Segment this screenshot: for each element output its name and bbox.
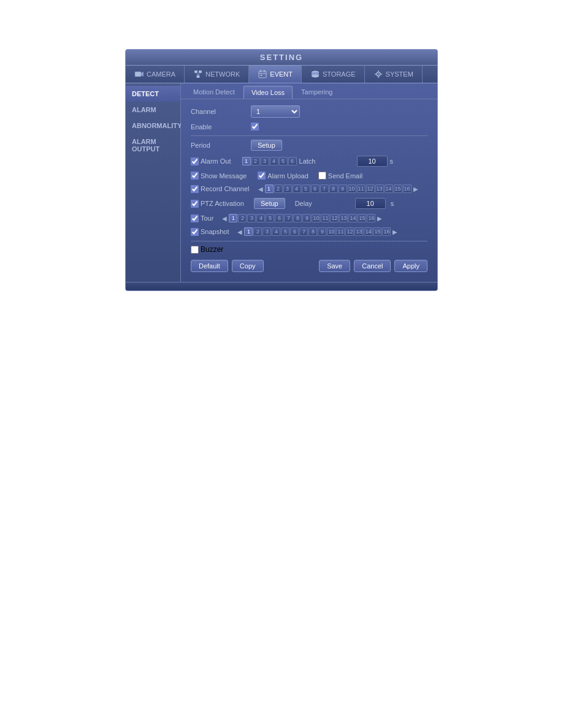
tour-checkbox[interactable] bbox=[191, 214, 199, 222]
apply-button[interactable]: Apply bbox=[394, 260, 427, 272]
tab-system-label: SYSTEM bbox=[386, 70, 413, 78]
enable-label: Enable bbox=[191, 123, 246, 131]
sub-tab-bar: Motion Detect Video Loss Tampering bbox=[181, 83, 437, 99]
period-setup-button[interactable]: Setup bbox=[251, 140, 282, 151]
sidebar: DETECT ALARM ABNORMALITY ALARM OUTPUT bbox=[126, 83, 181, 282]
delay-input[interactable] bbox=[355, 198, 386, 209]
subtab-motion-detect[interactable]: Motion Detect bbox=[186, 86, 242, 99]
channel-label: Channel bbox=[191, 108, 246, 115]
enable-checkbox[interactable] bbox=[251, 123, 259, 131]
title-bar: SETTING bbox=[126, 50, 437, 66]
alarm-out-row: Alarm Out 1 2 3 4 5 6 Latch s bbox=[191, 156, 427, 167]
svg-line-7 bbox=[198, 73, 201, 75]
form-area: Channel 1 2 3 4 Enable Period bbox=[181, 99, 437, 282]
bottom-bar bbox=[126, 282, 437, 290]
tour-next-btn[interactable]: ▶ bbox=[376, 215, 383, 222]
camera-icon bbox=[134, 69, 144, 79]
snapshot-row: Snapshot ◀ 1 2 3 4 5 6 7 8 bbox=[191, 227, 427, 236]
tour-prev-btn[interactable]: ◀ bbox=[221, 215, 228, 222]
ch-num-5[interactable]: 5 bbox=[279, 157, 288, 165]
tour-channel-numbers: 1 2 3 4 5 6 7 8 9 10 11 12 13 bbox=[229, 214, 375, 222]
alarm-out-channels: 1 2 3 4 5 6 bbox=[242, 157, 297, 165]
ch-num-3[interactable]: 3 bbox=[261, 157, 269, 165]
send-email-label: Send Email bbox=[328, 172, 362, 180]
show-message-checkbox[interactable] bbox=[191, 172, 199, 180]
sidebar-item-alarm[interactable]: ALARM bbox=[126, 102, 180, 118]
sidebar-item-detect[interactable]: DETECT bbox=[126, 86, 180, 102]
svg-rect-8 bbox=[259, 71, 266, 78]
svg-marker-1 bbox=[141, 72, 144, 77]
svg-line-6 bbox=[196, 73, 199, 75]
message-row: Show Message Alarm Upload Send Email bbox=[191, 172, 427, 180]
save-button[interactable]: Save bbox=[319, 260, 350, 272]
tour-item: Tour bbox=[191, 214, 213, 222]
tab-event[interactable]: EVENT bbox=[249, 66, 302, 83]
svg-rect-4 bbox=[197, 75, 200, 78]
ch-num-6[interactable]: 6 bbox=[288, 157, 297, 165]
record-channel-numbers: 1 2 3 4 5 6 7 8 9 10 11 12 13 bbox=[265, 184, 412, 193]
snapshot-next-btn[interactable]: ▶ bbox=[391, 229, 399, 235]
snapshot-prev-btn[interactable]: ◀ bbox=[236, 229, 243, 235]
cancel-button[interactable]: Cancel bbox=[354, 260, 391, 272]
period-row: Period Setup bbox=[191, 140, 427, 151]
tour-label: Tour bbox=[201, 214, 213, 222]
tab-storage[interactable]: STORAGE bbox=[302, 66, 365, 83]
alarm-out-check-item: Alarm Out bbox=[191, 157, 231, 165]
ptz-activation-item: PTZ Activation bbox=[191, 200, 244, 208]
snapshot-label: Snapshot bbox=[201, 228, 229, 235]
main-panel: Motion Detect Video Loss Tampering Chann… bbox=[181, 83, 437, 282]
record-channel-checkbox[interactable] bbox=[191, 185, 199, 193]
event-icon bbox=[258, 69, 267, 79]
subtab-tampering[interactable]: Tampering bbox=[294, 86, 340, 99]
ch-num-2[interactable]: 2 bbox=[251, 157, 260, 165]
buzzer-row: Buzzer bbox=[191, 245, 427, 254]
separator-1 bbox=[191, 135, 427, 136]
channel-row: Channel 1 2 3 4 bbox=[191, 105, 427, 118]
tab-camera[interactable]: CAMERA bbox=[126, 66, 185, 83]
show-message-item: Show Message bbox=[191, 172, 247, 180]
ptz-row: PTZ Activation Setup Delay s bbox=[191, 198, 427, 209]
network-icon bbox=[193, 69, 203, 79]
ch-num-4[interactable]: 4 bbox=[270, 157, 278, 165]
snapshot-checkbox[interactable] bbox=[191, 228, 199, 236]
main-tab-bar: CAMERA NETWORK bbox=[126, 66, 437, 83]
tab-camera-label: CAMERA bbox=[147, 70, 175, 78]
ptz-activation-checkbox[interactable] bbox=[191, 200, 199, 208]
buzzer-checkbox[interactable] bbox=[191, 246, 199, 254]
latch-input[interactable] bbox=[357, 156, 388, 167]
svg-rect-12 bbox=[261, 75, 262, 76]
enable-row: Enable bbox=[191, 123, 427, 131]
record-channel-item: Record Channel bbox=[191, 185, 250, 193]
sidebar-item-alarm-output[interactable]: ALARM OUTPUT bbox=[126, 134, 180, 157]
tour-row: Tour ◀ 1 2 3 4 5 6 7 8 9 bbox=[191, 214, 427, 222]
tab-network[interactable]: NETWORK bbox=[185, 66, 249, 83]
ch-num-1[interactable]: 1 bbox=[242, 157, 251, 165]
channel-select[interactable]: 1 2 3 4 bbox=[251, 105, 300, 118]
delay-label: Delay bbox=[295, 200, 350, 207]
default-button[interactable]: Default bbox=[191, 260, 228, 272]
content-area: DETECT ALARM ABNORMALITY ALARM OUTPUT Mo… bbox=[126, 83, 437, 282]
tab-network-label: NETWORK bbox=[205, 70, 240, 78]
record-channel-row: Record Channel ◀ 1 2 3 4 5 6 7 8 bbox=[191, 184, 427, 193]
record-channel-next-btn[interactable]: ▶ bbox=[412, 186, 419, 192]
tab-system[interactable]: SYSTEM bbox=[365, 66, 423, 83]
period-label: Period bbox=[191, 142, 246, 149]
sidebar-item-abnormality[interactable]: ABNORMALITY bbox=[126, 118, 180, 134]
svg-rect-0 bbox=[135, 72, 141, 77]
separator-2 bbox=[191, 241, 427, 241]
window-title: SETTING bbox=[260, 53, 303, 62]
svg-rect-3 bbox=[199, 70, 202, 73]
alarm-out-label: Alarm Out bbox=[201, 157, 231, 165]
ptz-setup-button[interactable]: Setup bbox=[254, 198, 285, 209]
alarm-out-checkbox[interactable] bbox=[191, 157, 199, 165]
send-email-checkbox[interactable] bbox=[318, 172, 326, 180]
copy-button[interactable]: Copy bbox=[232, 260, 264, 272]
alarm-upload-checkbox[interactable] bbox=[258, 172, 266, 180]
record-channel-prev-btn[interactable]: ◀ bbox=[257, 186, 264, 192]
action-buttons: Default Copy Save Cancel Apply bbox=[191, 260, 427, 276]
tab-storage-label: STORAGE bbox=[323, 70, 356, 78]
svg-point-15 bbox=[312, 75, 319, 78]
buzzer-label: Buzzer bbox=[201, 245, 223, 254]
system-icon bbox=[373, 69, 383, 79]
subtab-video-loss[interactable]: Video Loss bbox=[243, 86, 293, 99]
